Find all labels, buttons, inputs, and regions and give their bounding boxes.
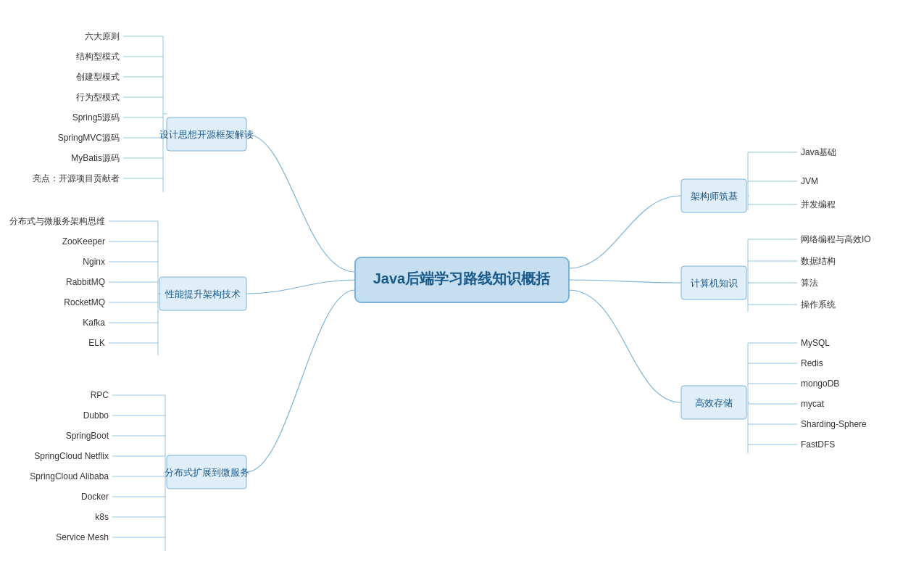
leaf-comp-2: 数据结构 <box>801 256 836 266</box>
leaf-design-5: Spring5源码 <box>72 112 120 123</box>
leaf-dist-6: Docker <box>81 492 109 502</box>
mind-map: Java后端学习路线知识概括 设计思想开源框架解读 六大原则 结构型模式 创建型… <box>0 0 924 575</box>
leaf-perf-4: RabbitMQ <box>66 277 105 287</box>
leaf-stor-3: mongoDB <box>801 378 839 389</box>
leaf-dist-4: SpringCloud Netflix <box>34 451 109 461</box>
leaf-design-2: 结构型模式 <box>76 51 120 62</box>
leaf-dist-1: RPC <box>91 390 109 400</box>
leaf-perf-6: Kafka <box>83 318 105 328</box>
branch-design-label: 设计思想开源框架解读 <box>159 129 254 140</box>
leaf-stor-4: mycat <box>801 399 825 409</box>
leaf-arch-1: Java基础 <box>801 147 836 157</box>
leaf-perf-2: ZooKeeper <box>62 236 105 247</box>
center-label: Java后端学习路线知识概括 <box>373 270 551 286</box>
leaf-stor-5: Sharding-Sphere <box>801 419 867 429</box>
leaf-arch-3: 并发编程 <box>801 199 836 210</box>
leaf-perf-1: 分布式与微服务架构思维 <box>9 216 105 226</box>
leaf-dist-7: k8s <box>95 512 109 522</box>
branch-performance-label: 性能提升架构技术 <box>165 289 241 299</box>
leaf-dist-3: SpringBoot <box>66 431 109 441</box>
branch-storage-label: 高效存储 <box>695 397 733 408</box>
leaf-arch-2: JVM <box>801 176 818 186</box>
leaf-design-1: 六大原则 <box>85 31 120 41</box>
leaf-dist-5: SpringCloud Alibaba <box>30 471 109 481</box>
leaf-design-4: 行为型模式 <box>76 92 120 102</box>
leaf-dist-2: Dubbo <box>83 410 109 421</box>
branch-computer-label: 计算机知识 <box>691 278 738 289</box>
connector-design <box>246 134 355 272</box>
connector-architect <box>569 196 681 268</box>
leaf-comp-4: 操作系统 <box>801 299 836 310</box>
branch-distributed-label: 分布式扩展到微服务 <box>165 467 249 478</box>
connector-performance <box>246 280 355 294</box>
leaf-dist-8: Service Mesh <box>56 532 109 542</box>
connector-storage <box>569 290 681 402</box>
connector-computer <box>569 280 681 283</box>
connector-distributed <box>246 290 355 472</box>
leaf-comp-3: 算法 <box>801 278 818 288</box>
leaf-design-6: SpringMVC源码 <box>58 133 120 143</box>
branch-architect-label: 架构师筑基 <box>691 191 738 202</box>
leaf-design-7: MyBatis源码 <box>71 153 120 163</box>
leaf-perf-5: RocketMQ <box>64 297 105 307</box>
leaf-perf-7: ELK <box>88 338 105 348</box>
leaf-stor-2: Redis <box>801 358 823 368</box>
leaf-stor-1: MySQL <box>801 338 830 348</box>
leaf-design-8: 亮点：开源项目贡献者 <box>33 173 120 183</box>
leaf-comp-1: 网络编程与高效IO <box>801 234 871 244</box>
leaf-stor-6: FastDFS <box>801 439 835 450</box>
leaf-perf-3: Nginx <box>83 257 105 267</box>
leaf-design-3: 创建型模式 <box>76 72 120 82</box>
